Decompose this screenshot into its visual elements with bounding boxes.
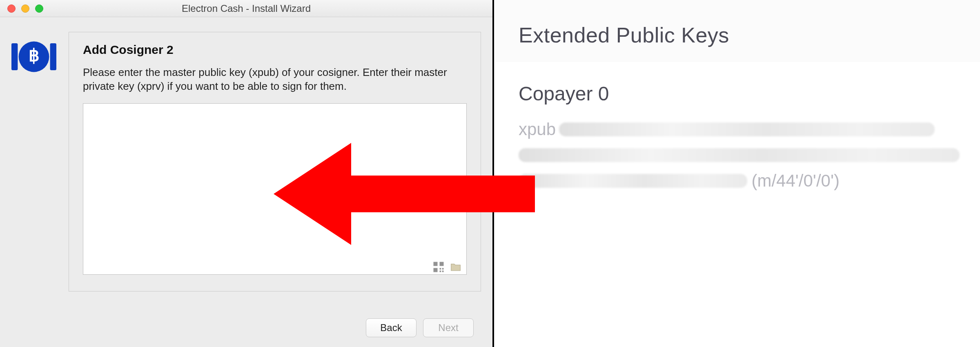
svg-rect-6 bbox=[434, 268, 438, 272]
svg-rect-4 bbox=[434, 262, 438, 266]
redacted-xpub-part-2 bbox=[519, 148, 960, 162]
input-tools bbox=[432, 261, 462, 273]
next-button[interactable]: Next bbox=[423, 318, 474, 337]
wizard-heading: Add Cosigner 2 bbox=[83, 43, 467, 57]
redacted-xpub-part-3 bbox=[519, 174, 747, 188]
qr-code-icon[interactable] bbox=[432, 261, 445, 273]
xpub-prefix: xpub bbox=[519, 120, 556, 139]
svg-rect-9 bbox=[440, 271, 441, 272]
wizard-panel: Add Cosigner 2 Please enter the master p… bbox=[69, 32, 481, 291]
window-title: Electron Cash - Install Wizard bbox=[182, 3, 311, 14]
derivation-path: (m/44'/0'/0') bbox=[751, 171, 839, 191]
copayer-label: Copayer 0 bbox=[519, 82, 964, 105]
electron-cash-window: Electron Cash - Install Wizard ฿ Add Cos… bbox=[0, 0, 494, 347]
minimize-icon[interactable] bbox=[21, 4, 29, 13]
close-icon[interactable] bbox=[7, 4, 16, 13]
titlebar: Electron Cash - Install Wizard bbox=[0, 0, 492, 17]
derivation-row: (m/44'/0'/0') bbox=[519, 171, 964, 191]
svg-rect-7 bbox=[440, 268, 441, 270]
window-controls bbox=[7, 4, 43, 13]
svg-text:฿: ฿ bbox=[29, 46, 40, 65]
section-title: Extended Public Keys bbox=[496, 0, 980, 62]
svg-rect-8 bbox=[442, 268, 444, 270]
xpub-row: xpub bbox=[519, 120, 964, 139]
wizard-description: Please enter the master public key (xpub… bbox=[83, 66, 467, 93]
svg-rect-10 bbox=[442, 271, 444, 272]
back-button[interactable]: Back bbox=[366, 318, 416, 337]
copayer-card: Copayer 0 xpub (m/44'/0'/0') bbox=[496, 62, 980, 207]
wizard-buttons: Back Next bbox=[366, 318, 474, 337]
svg-rect-5 bbox=[440, 262, 444, 266]
folder-icon[interactable] bbox=[450, 261, 462, 273]
maximize-icon[interactable] bbox=[35, 4, 43, 13]
app-logo-icon: ฿ bbox=[11, 32, 56, 291]
svg-rect-0 bbox=[11, 43, 18, 70]
xpub-input[interactable] bbox=[83, 103, 467, 275]
extended-public-keys-panel: Extended Public Keys Copayer 0 xpub (m/4… bbox=[496, 0, 980, 347]
svg-rect-1 bbox=[50, 43, 56, 70]
redacted-xpub-part-1 bbox=[559, 122, 935, 136]
